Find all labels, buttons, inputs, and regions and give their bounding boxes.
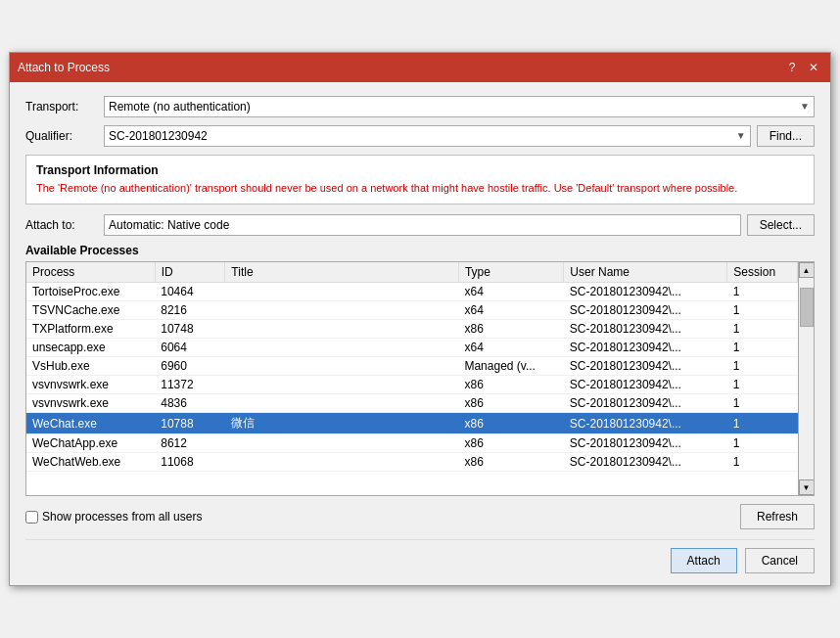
cell-1: 10464 xyxy=(155,283,225,301)
cell-3: x64 xyxy=(458,283,563,301)
cell-5: 1 xyxy=(727,339,798,357)
cell-1: 11372 xyxy=(155,376,225,394)
cell-2 xyxy=(225,301,459,320)
cell-3: x64 xyxy=(458,301,563,320)
table-row[interactable]: TSVNCache.exe8216x64SC-201801230942\...1 xyxy=(26,301,798,320)
cell-5: 1 xyxy=(727,283,798,301)
cell-0: TortoiseProc.exe xyxy=(26,283,155,301)
table-row[interactable]: WeChatApp.exe8612x86SC-201801230942\...1 xyxy=(26,434,798,453)
processes-table-scroll[interactable]: Process ID Title Type User Name Session … xyxy=(26,262,798,495)
qualifier-input-field[interactable]: SC-201801230942 ▼ xyxy=(104,125,751,147)
table-row[interactable]: VsHub.exe6960Managed (v...SC-20180123094… xyxy=(26,357,798,376)
cell-2 xyxy=(225,320,459,339)
cell-1: 11068 xyxy=(155,453,225,472)
processes-section: Available Processes Process ID Title Typ… xyxy=(25,244,815,496)
cell-0: VsHub.exe xyxy=(26,357,155,376)
cell-4: SC-201801230942\... xyxy=(564,434,727,453)
cell-0: vsvnvswrk.exe xyxy=(26,394,155,413)
qualifier-arrow-icon: ▼ xyxy=(736,130,746,141)
table-row[interactable]: unsecapp.exe6064x64SC-201801230942\...1 xyxy=(26,339,798,357)
title-bar-buttons: ? ✕ xyxy=(783,59,822,76)
table-row[interactable]: WeChat.exe10788微信x86SC-201801230942\...1 xyxy=(26,413,798,434)
qualifier-value: SC-201801230942 xyxy=(109,129,208,143)
processes-table: Process ID Title Type User Name Session … xyxy=(26,262,798,472)
transport-value: Remote (no authentication) xyxy=(109,100,251,114)
cell-3: x86 xyxy=(458,376,563,394)
close-button[interactable]: ✕ xyxy=(805,59,822,76)
cell-2 xyxy=(225,394,459,413)
cell-0: WeChat.exe xyxy=(26,413,155,434)
col-header-username: User Name xyxy=(564,262,727,283)
attach-button[interactable]: Attach xyxy=(671,548,737,573)
processes-label: Available Processes xyxy=(25,244,815,257)
qualifier-row: Qualifier: SC-201801230942 ▼ Find... xyxy=(25,125,815,147)
cell-1: 10748 xyxy=(155,320,225,339)
cell-0: vsvnvswrk.exe xyxy=(26,376,155,394)
cell-1: 6064 xyxy=(155,339,225,357)
cell-4: SC-201801230942\... xyxy=(564,283,727,301)
col-header-title: Title xyxy=(225,262,459,283)
cell-4: SC-201801230942\... xyxy=(564,357,727,376)
table-row[interactable]: TXPlatform.exe10748x86SC-201801230942\..… xyxy=(26,320,798,339)
refresh-button[interactable]: Refresh xyxy=(740,504,815,529)
show-all-processes-label[interactable]: Show processes from all users xyxy=(42,510,202,524)
attach-to-process-dialog: Attach to Process ? ✕ Transport: Remote … xyxy=(9,52,831,586)
transport-arrow-icon: ▼ xyxy=(800,101,810,112)
table-row[interactable]: TortoiseProc.exe10464x64SC-201801230942\… xyxy=(26,283,798,301)
cell-3: x64 xyxy=(458,339,563,357)
cell-1: 10788 xyxy=(155,413,225,434)
show-all-processes-wrap: Show processes from all users xyxy=(25,510,202,524)
cell-2 xyxy=(225,283,459,301)
cell-4: SC-201801230942\... xyxy=(564,301,727,320)
cell-4: SC-201801230942\... xyxy=(564,453,727,472)
table-row[interactable]: WeChatWeb.exe11068x86SC-201801230942\...… xyxy=(26,453,798,472)
cell-2 xyxy=(225,376,459,394)
cell-3: x86 xyxy=(458,413,563,434)
help-button[interactable]: ? xyxy=(783,59,801,76)
cell-4: SC-201801230942\... xyxy=(564,320,727,339)
cell-3: x86 xyxy=(458,453,563,472)
info-text: The 'Remote (no authentication)' transpo… xyxy=(36,181,804,196)
cell-1: 8612 xyxy=(155,434,225,453)
info-title: Transport Information xyxy=(36,163,804,177)
col-header-id: ID xyxy=(155,262,225,283)
cell-3: x86 xyxy=(458,394,563,413)
scroll-down-button[interactable]: ▼ xyxy=(799,479,815,495)
table-row[interactable]: vsvnvswrk.exe11372x86SC-201801230942\...… xyxy=(26,376,798,394)
cell-2: 微信 xyxy=(225,413,459,434)
cell-3: Managed (v... xyxy=(458,357,563,376)
cell-0: unsecapp.exe xyxy=(26,339,155,357)
cell-5: 1 xyxy=(727,320,798,339)
transport-dropdown[interactable]: Remote (no authentication) ▼ xyxy=(104,96,815,117)
dialog-content: Transport: Remote (no authentication) ▼ … xyxy=(10,82,830,585)
cell-2 xyxy=(225,453,459,472)
transport-label: Transport: xyxy=(25,100,104,114)
transport-control: Remote (no authentication) ▼ xyxy=(104,96,815,117)
cell-1: 4836 xyxy=(155,394,225,413)
find-button[interactable]: Find... xyxy=(757,125,815,147)
show-all-processes-checkbox[interactable] xyxy=(25,511,38,524)
cell-5: 1 xyxy=(727,301,798,320)
dialog-title: Attach to Process xyxy=(18,61,110,74)
cell-3: x86 xyxy=(458,434,563,453)
cell-5: 1 xyxy=(727,357,798,376)
attach-to-label: Attach to: xyxy=(25,218,104,232)
col-header-session: Session xyxy=(727,262,798,283)
action-buttons: Attach Cancel xyxy=(25,539,815,573)
qualifier-label: Qualifier: xyxy=(25,129,104,143)
table-row[interactable]: vsvnvswrk.exe4836x86SC-201801230942\...1 xyxy=(26,394,798,413)
scroll-up-button[interactable]: ▲ xyxy=(799,262,815,278)
processes-table-container: Process ID Title Type User Name Session … xyxy=(25,261,815,496)
cell-0: TSVNCache.exe xyxy=(26,301,155,320)
cell-5: 1 xyxy=(727,376,798,394)
cell-2 xyxy=(225,339,459,357)
cell-3: x86 xyxy=(458,320,563,339)
cell-0: WeChatApp.exe xyxy=(26,434,155,453)
col-header-process: Process xyxy=(26,262,155,283)
cancel-button[interactable]: Cancel xyxy=(745,548,815,573)
select-button[interactable]: Select... xyxy=(747,214,815,236)
scroll-thumb[interactable] xyxy=(800,288,814,327)
cell-2 xyxy=(225,434,459,453)
col-header-type: Type xyxy=(458,262,563,283)
cell-5: 1 xyxy=(727,413,798,434)
